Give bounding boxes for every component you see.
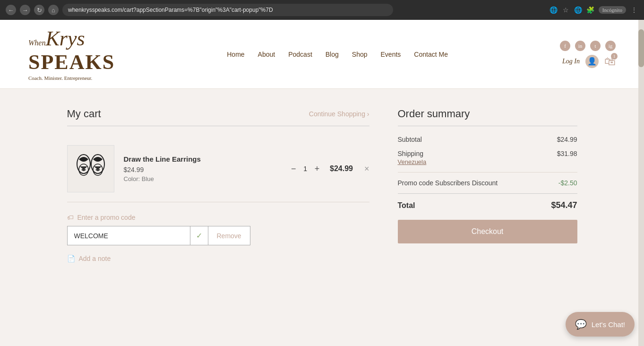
home-button[interactable]: ⌂ bbox=[48, 5, 59, 15]
logo-when: When bbox=[28, 39, 45, 47]
promo-discount-label: Promo code Subscribers Discount bbox=[398, 179, 498, 187]
scrollbar-thumb[interactable] bbox=[638, 29, 644, 67]
nav-blog[interactable]: Blog bbox=[326, 51, 339, 58]
logo-tagline: Coach. Minister. Entrepreneur. bbox=[28, 75, 115, 81]
cart-badge: 1 bbox=[611, 53, 618, 60]
back-button[interactable]: ← bbox=[6, 5, 16, 15]
nav-about[interactable]: About bbox=[258, 51, 275, 58]
remove-item-button[interactable]: × bbox=[364, 164, 369, 174]
item-total: $24.99 bbox=[330, 164, 353, 173]
promo-input[interactable] bbox=[67, 226, 190, 245]
item-name: Draw the Line Earrings bbox=[124, 155, 279, 163]
logo: WhenKrys SPEAKS Coach. Minister. Entrepr… bbox=[28, 27, 115, 81]
login-link[interactable]: Log In bbox=[562, 58, 580, 65]
browser-icons: 🌐 ☆ 🌐 🧩 Incógnito ⋮ bbox=[550, 6, 638, 14]
order-summary: Order summary Subtotal $24.99 Shipping V… bbox=[398, 108, 577, 262]
cart-section: My cart Continue Shopping › bbox=[67, 108, 369, 262]
nav-events[interactable]: Events bbox=[381, 51, 401, 58]
header-right: f in t ig Log In 👤 🛍 1 bbox=[560, 41, 616, 68]
nav-contact[interactable]: Contact Me bbox=[414, 51, 448, 58]
earrings-image bbox=[72, 150, 110, 188]
continue-shopping-link[interactable]: Continue Shopping › bbox=[309, 110, 369, 118]
total-label: Total bbox=[398, 201, 415, 210]
item-qty-price: − 1 + $24.99 × bbox=[288, 164, 369, 174]
promo-section: 🏷 Enter a promo code ✓ Remove bbox=[67, 214, 369, 245]
qty-increase-button[interactable]: + bbox=[312, 164, 322, 174]
promo-discount-row: Promo code Subscribers Discount -$2.50 bbox=[398, 172, 577, 187]
qty-decrease-button[interactable]: − bbox=[288, 164, 299, 174]
subtotal-row: Subtotal $24.99 bbox=[398, 136, 577, 143]
shipping-location-link[interactable]: Venezuela bbox=[398, 158, 427, 165]
item-image bbox=[67, 145, 114, 192]
total-row: Total $54.47 bbox=[398, 193, 577, 210]
promo-remove-button[interactable]: Remove bbox=[208, 226, 250, 245]
cart-button[interactable]: 🛍 1 bbox=[604, 55, 616, 68]
subtotal-label: Subtotal bbox=[398, 136, 422, 143]
cart-item: Draw the Line Earrings $24.99 Color: Blu… bbox=[67, 136, 369, 202]
promo-label[interactable]: 🏷 Enter a promo code bbox=[67, 214, 369, 221]
qty-value: 1 bbox=[303, 165, 307, 173]
qty-control: − 1 + bbox=[288, 164, 322, 174]
shipping-row: Shipping Venezuela $31.98 bbox=[398, 150, 577, 165]
promo-tag-icon: 🏷 bbox=[67, 214, 74, 221]
scrollbar[interactable] bbox=[638, 20, 644, 281]
user-icon[interactable]: 👤 bbox=[585, 55, 599, 68]
item-details: Draw the Line Earrings $24.99 Color: Blu… bbox=[124, 155, 279, 182]
forward-button[interactable]: → bbox=[20, 5, 30, 15]
shipping-label: Shipping bbox=[398, 150, 424, 157]
main-nav: Home About Podcast Blog Shop Events Cont… bbox=[227, 51, 448, 58]
instagram-icon[interactable]: ig bbox=[605, 41, 616, 51]
add-note-link[interactable]: 📄 Add a note bbox=[67, 255, 369, 262]
summary-title: Order summary bbox=[398, 108, 577, 126]
refresh-button[interactable]: ↻ bbox=[34, 5, 44, 15]
twitter-icon[interactable]: t bbox=[590, 41, 601, 51]
note-icon: 📄 bbox=[67, 255, 75, 262]
browser-chrome: ← → ↻ ⌂ 🌐 ☆ 🌐 🧩 Incógnito ⋮ bbox=[0, 0, 644, 20]
social-icons: f in t ig bbox=[560, 41, 616, 51]
cart-header: My cart Continue Shopping › bbox=[67, 108, 369, 126]
facebook-icon[interactable]: f bbox=[560, 41, 570, 51]
logo-speaks: SPEAKS bbox=[28, 50, 115, 74]
site-header: WhenKrys SPEAKS Coach. Minister. Entrepr… bbox=[0, 20, 644, 89]
logo-krys: Krys bbox=[45, 27, 85, 50]
promo-discount-value: -$2.50 bbox=[558, 179, 577, 187]
item-color: Color: Blue bbox=[124, 175, 279, 182]
star-icon[interactable]: ☆ bbox=[562, 6, 570, 14]
promo-check-icon: ✓ bbox=[190, 226, 208, 245]
shipping-value: $31.98 bbox=[557, 150, 577, 157]
nav-home[interactable]: Home bbox=[227, 51, 244, 58]
url-bar[interactable] bbox=[62, 4, 393, 16]
puzzle-icon[interactable]: 🧩 bbox=[586, 6, 595, 14]
world-icon[interactable]: 🌐 bbox=[574, 6, 583, 14]
incognito-badge: Incógnito bbox=[599, 6, 626, 14]
menu-icon[interactable]: ⋮ bbox=[630, 6, 638, 14]
shipping-label-group: Shipping Venezuela bbox=[398, 150, 427, 165]
linkedin-icon[interactable]: in bbox=[575, 41, 585, 51]
promo-input-row: ✓ Remove bbox=[67, 226, 369, 245]
nav-shop[interactable]: Shop bbox=[352, 51, 368, 58]
total-value: $54.47 bbox=[551, 200, 577, 210]
translate-icon[interactable]: 🌐 bbox=[550, 6, 558, 14]
subtotal-value: $24.99 bbox=[557, 136, 577, 143]
header-actions: Log In 👤 🛍 1 bbox=[562, 55, 616, 68]
checkout-button[interactable]: Checkout bbox=[398, 220, 577, 243]
nav-podcast[interactable]: Podcast bbox=[288, 51, 312, 58]
main-content: My cart Continue Shopping › bbox=[39, 89, 606, 281]
cart-title: My cart bbox=[67, 108, 101, 120]
item-price: $24.99 bbox=[124, 166, 279, 173]
